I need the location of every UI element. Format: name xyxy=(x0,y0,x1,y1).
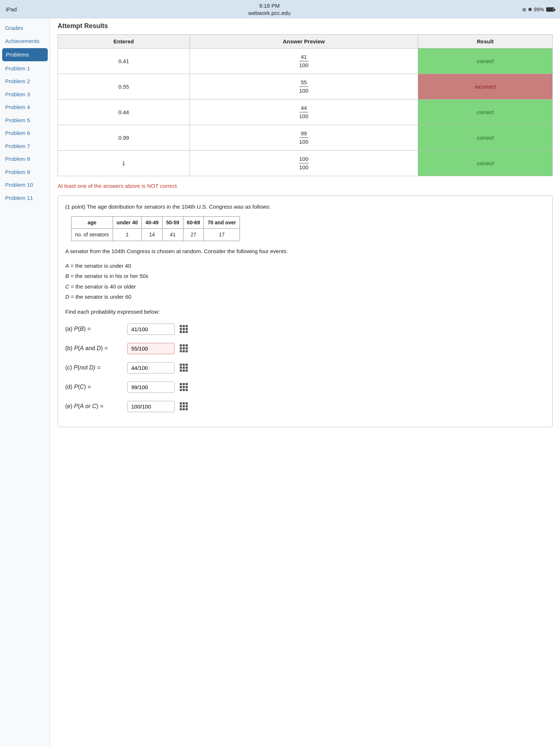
age-data-cell: 41 xyxy=(162,229,183,241)
problem-description: A senator from the 104th Congress is cho… xyxy=(65,247,545,256)
age-header-cell: 60-69 xyxy=(183,217,204,229)
answer-input[interactable] xyxy=(127,401,175,412)
sidebar-item-problem3[interactable]: Problem 3 xyxy=(0,88,50,101)
col-header-result: Result xyxy=(418,35,552,49)
grid-icon[interactable] xyxy=(180,402,188,410)
problem-intro: (1 point) The age distribution for senat… xyxy=(65,202,545,211)
battery-icon xyxy=(546,7,554,12)
age-data-cell: 14 xyxy=(141,229,162,241)
sidebar-item-problem8[interactable]: Problem 8 xyxy=(0,152,50,166)
answer-label: (a) P(B) = xyxy=(65,324,124,334)
answer-label: (e) P(A or C) = xyxy=(65,402,124,411)
problem-box: (1 point) The age distribution for senat… xyxy=(58,196,553,427)
answer-row: (e) P(A or C) = xyxy=(65,401,545,412)
sidebar-item-problem6[interactable]: Problem 6 xyxy=(0,127,50,140)
event-item: C = the senator is 40 or older xyxy=(65,282,545,292)
age-data-cell: 1 xyxy=(113,229,141,241)
sidebar-item-problem4[interactable]: Problem 4 xyxy=(0,101,50,114)
event-item: A = the senator is under 40 xyxy=(65,261,545,271)
sidebar-item-problem5[interactable]: Problem 5 xyxy=(0,114,50,127)
bluetooth-icon: ✱ xyxy=(528,7,532,12)
age-header-cell: 50-59 xyxy=(162,217,183,229)
answer-preview: 41100 xyxy=(190,49,418,74)
table-row: 0.9999100correct xyxy=(58,125,553,151)
events-section: A = the senator is under 40B = the senat… xyxy=(65,261,545,302)
grid-icon[interactable] xyxy=(180,344,188,352)
age-header-cell: 40-49 xyxy=(141,217,162,229)
sidebar-item-problem11[interactable]: Problem 11 xyxy=(0,191,50,205)
status-bar: iPad 6:18 PM webwork.pcc.edu ⊛ ✱ 99% xyxy=(0,0,560,19)
age-distribution-table: ageunder 4040-4950-5960-6970 and overno.… xyxy=(71,216,240,241)
answer-preview: 99100 xyxy=(190,125,418,151)
sidebar-item-achievements[interactable]: Achievements xyxy=(0,35,50,48)
table-row: 0.4444100correct xyxy=(58,100,553,125)
sidebar-item-problem9[interactable]: Problem 9 xyxy=(0,166,50,179)
age-data-cell: 27 xyxy=(183,229,204,241)
sidebar-item-problem10[interactable]: Problem 10 xyxy=(0,178,50,191)
answer-label: (b) P(A and D) = xyxy=(65,344,124,353)
sidebar-item-grades[interactable]: Grades xyxy=(0,22,50,35)
answer-row: (d) P(C) = xyxy=(65,382,545,393)
answer-input[interactable] xyxy=(127,343,175,354)
result-cell: correct xyxy=(418,49,552,74)
sidebar-item-problem7[interactable]: Problem 7 xyxy=(0,140,50,153)
battery-percent: 99% xyxy=(534,7,544,12)
status-right: ⊛ ✱ 99% xyxy=(522,7,554,12)
entered-value: 0.55 xyxy=(58,74,190,100)
status-center: 6:18 PM webwork.pcc.edu xyxy=(248,2,291,16)
age-header-cell: age xyxy=(71,217,113,229)
entered-value: 0.44 xyxy=(58,100,190,125)
warning-message: At least one of the answers above is NOT… xyxy=(58,183,553,189)
age-header-cell: under 40 xyxy=(113,217,141,229)
event-item: B = the senator is in his or her 50s xyxy=(65,271,545,282)
app-container: Grades Achievements Problems Problem 1 P… xyxy=(0,19,560,747)
page-title: Attempt Results xyxy=(58,22,553,30)
sidebar-item-problem1[interactable]: Problem 1 xyxy=(0,62,50,75)
answer-row: (b) P(A and D) = xyxy=(65,343,545,354)
main-content: Attempt Results Entered Answer Preview R… xyxy=(50,19,560,747)
table-row: 0.5555100incorrect xyxy=(58,74,553,100)
wifi-icon: ⊛ xyxy=(522,7,526,12)
answer-row: (a) P(B) = xyxy=(65,324,545,335)
answer-input[interactable] xyxy=(127,324,175,335)
answer-preview: 55100 xyxy=(190,74,418,100)
answer-label: (c) P(not D) = xyxy=(65,363,124,372)
age-data-cell: no. of senators xyxy=(71,229,113,241)
result-cell: correct xyxy=(418,125,552,151)
event-item: D = the senator is under 60 xyxy=(65,292,545,302)
find-probability-text: Find each probability expressed below: xyxy=(65,307,545,316)
grid-icon[interactable] xyxy=(180,364,188,372)
problem-points: (1 point) xyxy=(65,204,85,210)
answer-preview: 100100 xyxy=(190,151,418,176)
grid-icon[interactable] xyxy=(180,383,188,391)
answer-label: (d) P(C) = xyxy=(65,382,124,392)
table-row: 1100100correct xyxy=(58,151,553,176)
answer-input[interactable] xyxy=(127,362,175,374)
answer-input[interactable] xyxy=(127,382,175,393)
entered-value: 0.41 xyxy=(58,49,190,74)
sidebar: Grades Achievements Problems Problem 1 P… xyxy=(0,19,50,747)
status-left: iPad xyxy=(6,6,17,12)
result-cell: incorrect xyxy=(418,74,552,100)
results-table: Entered Answer Preview Result 0.4141100c… xyxy=(58,34,553,176)
answer-row: (c) P(not D) = xyxy=(65,362,545,374)
grid-icon[interactable] xyxy=(180,325,188,333)
result-cell: correct xyxy=(418,100,552,125)
answers-section: (a) P(B) =(b) P(A and D) =(c) P(not D) =… xyxy=(65,324,545,412)
entered-value: 1 xyxy=(58,151,190,176)
sidebar-item-problem2[interactable]: Problem 2 xyxy=(0,75,50,88)
age-header-cell: 70 and over xyxy=(204,217,240,229)
entered-value: 0.99 xyxy=(58,125,190,151)
col-header-preview: Answer Preview xyxy=(190,35,418,49)
answer-preview: 44100 xyxy=(190,100,418,125)
age-data-cell: 17 xyxy=(204,229,240,241)
table-row: 0.4141100correct xyxy=(58,49,553,74)
col-header-entered: Entered xyxy=(58,35,190,49)
result-cell: correct xyxy=(418,151,552,176)
sidebar-item-problems[interactable]: Problems xyxy=(2,48,48,61)
